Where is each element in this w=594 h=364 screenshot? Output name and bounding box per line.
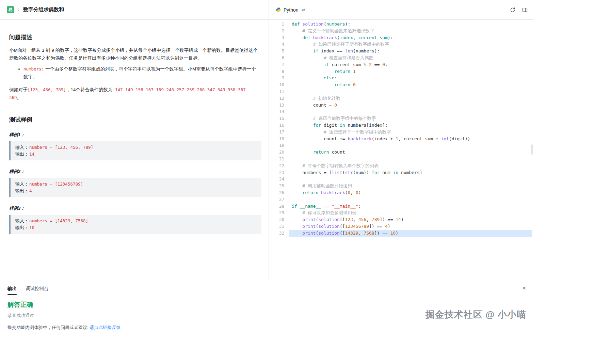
line-number: 15 [269,115,284,122]
editor-panel: Python ⇄ 1def solution(numbers):2 # 定义一个… [269,0,534,281]
code-line[interactable]: 20 return count [269,149,534,156]
line-number: 26 [269,189,284,196]
layout-icon[interactable] [522,7,528,13]
code-content [289,108,532,115]
code-content: def solution(numbers): [289,21,532,28]
sample-2-label: 样例2： [9,169,260,175]
problem-description-heading: 问题描述 [9,33,260,41]
code-content: print(solution([123, 456, 789]) == 14) [289,216,532,223]
example-mid: ，14个符合条件的数为: [66,87,115,92]
code-line[interactable]: 30 print(solution([123, 456, 789]) == 14… [269,216,534,223]
code-line[interactable]: 24 [269,176,534,183]
code-line[interactable]: 23 numbers = [list(str(num)) for num in … [269,169,534,176]
output-label: 输出： [15,152,29,157]
code-line[interactable]: 10 return 0 [269,81,534,88]
code-line[interactable]: 25 # 调用辅助函数开始递归 [269,183,534,189]
code-content: return backtrack(0, 0) [289,189,532,196]
line-number: 21 [269,156,284,162]
sample-1-output-line: 输出：14 [15,151,257,158]
line-number: 9 [269,75,284,81]
sample-1-label: 样例1： [9,132,260,138]
code-content: print(solution([123456789]) == 4) [289,223,532,230]
argument-name-code: numbers: [23,66,44,72]
line-number: 27 [269,196,284,203]
code-line[interactable]: 22 # 将每个数字组转换为单个数字的列表 [269,162,534,169]
code-line[interactable]: 9 else: [269,75,534,81]
code-line[interactable]: 5 if index == len(numbers): [269,48,534,54]
code-line[interactable]: 18 count += backtrack(index + 1, current… [269,136,534,142]
sample-3-box: 输入：numbers = [14329, 7568] 输出：10 [9,215,261,234]
example-text: 例如对于[123, 456, 789]，14个符合条件的数为: 147 149 … [9,86,260,101]
language-selector[interactable]: Python ⇄ [276,7,305,13]
output-panel: 输出 调试控制台 ✕ 解答正确 恭喜成功通过 提交功能内测体验中，任何问题或者建… [0,281,534,364]
code-line[interactable]: 4 # 如果已经选择了所有数字组中的数字 [269,41,534,48]
code-line[interactable]: 2 # 定义一个辅助函数来递归选择数字 [269,28,534,34]
app: 易 数字分组求偶数和 问题描述 小M面对一组从 1 到 9 的数字，这些数字被分… [0,0,534,364]
reset-code-icon[interactable] [510,7,515,13]
code-line[interactable]: 21 [269,156,534,162]
line-number: 30 [269,216,284,223]
line-number: 8 [269,68,284,75]
code-line[interactable]: 6 # 检查当前和是否为偶数 [269,54,534,61]
code-line[interactable]: 13 count = 0 [269,102,534,109]
argument-list: numbers: 一个由多个整数字符串组成的列表，每个字符串可以视为一个数字组。… [9,65,260,81]
tab-debug-console[interactable]: 调试控制台 [26,286,49,295]
code-line[interactable]: 16 for digit in numbers[index]: [269,122,534,129]
code-line[interactable]: 8 return 1 [269,68,534,75]
line-number: 24 [269,176,284,183]
code-line[interactable]: 7 if current_sum % 2 == 0: [269,61,534,68]
code-content: # 调用辅助函数开始递归 [289,183,532,189]
code-line[interactable]: 17 # 递归选择下一个数字组中的数字 [269,129,534,136]
code-content: # 你可以添加更多测试用例 [289,209,532,216]
code-editor[interactable]: 1def solution(numbers):2 # 定义一个辅助函数来递归选择… [269,20,534,281]
code-content [289,88,532,95]
code-line[interactable]: 14 [269,108,534,115]
language-swap-icon[interactable]: ⇄ [302,7,305,12]
problem-title: 数字分组求偶数和 [23,6,64,13]
line-number: 4 [269,41,284,48]
code-content [289,156,532,162]
code-line[interactable]: 31 print(solution([123456789]) == 4) [269,223,534,230]
example-input-code: [123, 456, 789] [28,87,66,92]
code-lines: 1def solution(numbers):2 # 定义一个辅助函数来递归选择… [269,21,534,237]
code-line[interactable]: 29 # 你可以添加更多测试用例 [269,209,534,216]
editor-actions [510,7,528,13]
code-line[interactable]: 27 [269,196,534,203]
tab-output[interactable]: 输出 [7,286,17,295]
close-icon[interactable]: ✕ [522,285,526,291]
sample-3-output-line: 输出：10 [15,224,257,231]
editor-scrollbar[interactable] [531,144,533,155]
feedback-text: 提交功能内测体验中，任何问题或者建议: [7,325,90,330]
code-content: print(solution([14329, 7568]) == 10) [289,230,532,237]
code-content: # 初始化计数 [289,95,532,102]
language-label: Python [284,7,299,13]
code-content: # 遍历当前数字组中的每个数字 [289,115,532,122]
code-content: # 定义一个辅助函数来递归选择数字 [289,28,532,34]
feedback-link[interactable]: 请点此链接反馈 [90,325,121,330]
line-number: 20 [269,149,284,156]
code-content: # 如果已经选择了所有数字组中的数字 [289,41,532,48]
feedback-line: 提交功能内测体验中，任何问题或者建议: 请点此链接反馈 [7,325,526,331]
code-content: count = 0 [289,102,532,109]
code-line[interactable]: 11 [269,88,534,95]
code-line[interactable]: 26 return backtrack(0, 0) [269,189,534,196]
sample-3-label: 样例3： [9,205,260,211]
sample-1-input-value: numbers = [123, 456, 789] [29,145,93,150]
code-content: numbers = [list(str(num)) for num in num… [289,169,532,176]
line-number: 16 [269,122,284,129]
code-line[interactable]: 32 print(solution([14329, 7568]) == 10) [269,230,534,237]
output-label: 输出： [15,188,29,193]
code-content [289,176,532,183]
code-line[interactable]: 15 # 遍历当前数字组中的每个数字 [269,115,534,122]
watermark: 掘金技术社区 @ 小小喵 [426,308,526,321]
code-line[interactable]: 3 def backtrack(index, current_sum): [269,34,534,41]
collapse-panel-icon[interactable] [17,8,20,12]
difficulty-badge: 易 [7,6,14,13]
code-content: if index == len(numbers): [289,48,532,54]
code-line[interactable]: 12 # 初始化计数 [269,95,534,102]
line-number: 3 [269,34,284,41]
code-line[interactable]: 19 [269,142,534,149]
python-logo-icon [276,7,281,13]
code-line[interactable]: 28if __name__ == "__main__": [269,203,534,210]
code-line[interactable]: 1def solution(numbers): [269,21,534,28]
